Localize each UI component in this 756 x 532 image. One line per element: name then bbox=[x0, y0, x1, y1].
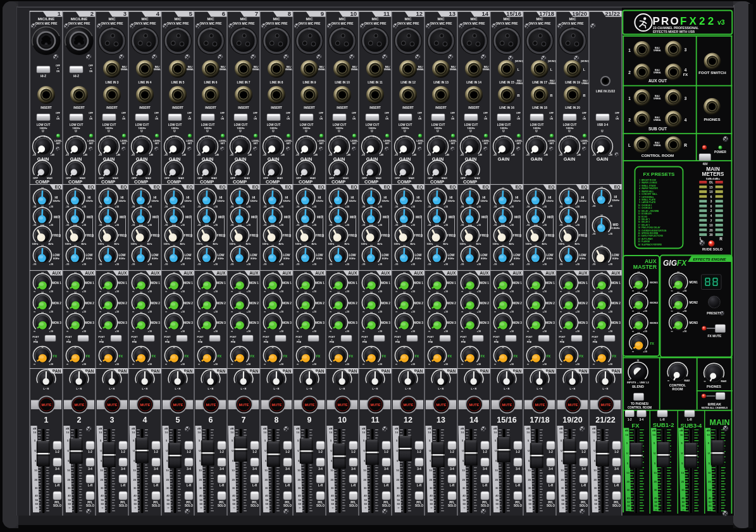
svg-text:10: 10 bbox=[709, 190, 713, 194]
svg-text:3: 3 bbox=[110, 416, 115, 424]
svg-text:LINE IN 11: LINE IN 11 bbox=[368, 81, 383, 84]
svg-text:ROOM: ROOM bbox=[672, 387, 683, 391]
svg-text:∞: ∞ bbox=[671, 309, 672, 312]
svg-text:15: 15 bbox=[709, 186, 713, 189]
svg-text:4: 4 bbox=[685, 118, 687, 122]
svg-text:19: 19 bbox=[638, 230, 640, 232]
svg-text:CONTROL ROOM: CONTROL ROOM bbox=[641, 153, 674, 158]
svg-text:LOW CUT: LOW CUT bbox=[464, 123, 478, 127]
svg-text:UNBAL: UNBAL bbox=[154, 68, 161, 71]
svg-text:3-4: 3-4 bbox=[640, 418, 644, 421]
svg-text:UNBAL: UNBAL bbox=[654, 119, 661, 121]
svg-text:UNBAL: UNBAL bbox=[121, 68, 128, 71]
svg-text:DELAY 1: DELAY 1 bbox=[641, 218, 650, 221]
svg-text:1: 1 bbox=[58, 10, 61, 17]
svg-text:DELAY 2: DELAY 2 bbox=[641, 221, 650, 223]
svg-text:INSERT: INSERT bbox=[172, 106, 183, 109]
svg-text:17: 17 bbox=[638, 224, 640, 226]
svg-text:LOW CUT: LOW CUT bbox=[135, 123, 149, 127]
svg-text:UNBAL: UNBAL bbox=[417, 68, 424, 71]
svg-text:4: 4 bbox=[143, 416, 147, 424]
svg-text:LOW CUT: LOW CUT bbox=[563, 123, 577, 127]
svg-text:LOW CUT: LOW CUT bbox=[201, 123, 215, 127]
svg-text:10: 10 bbox=[350, 10, 357, 17]
svg-text:U: U bbox=[637, 359, 639, 362]
svg-text:LINE IN 7: LINE IN 7 bbox=[237, 81, 250, 84]
svg-text:INSERT: INSERT bbox=[468, 106, 480, 109]
svg-text:FX: FX bbox=[650, 342, 655, 345]
svg-text:4: 4 bbox=[685, 68, 687, 72]
svg-text:7: 7 bbox=[639, 196, 640, 199]
svg-text:MAX: MAX bbox=[721, 380, 727, 383]
svg-text:ONYX MIC PRE: ONYX MIC PRE bbox=[200, 22, 223, 25]
svg-text:CONTROL ROOM: CONTROL ROOM bbox=[628, 406, 652, 409]
svg-text:LOW CUT: LOW CUT bbox=[497, 123, 511, 127]
svg-text:2: 2 bbox=[628, 118, 631, 122]
svg-text:LOW CUT: LOW CUT bbox=[366, 123, 380, 127]
svg-text:ONYX MIC PRE: ONYX MIC PRE bbox=[68, 22, 91, 25]
svg-text:8: 8 bbox=[275, 416, 279, 424]
svg-text:1: 1 bbox=[639, 179, 640, 182]
svg-text:2: 2 bbox=[628, 70, 631, 75]
svg-text:ONYX MIC PRE: ONYX MIC PRE bbox=[332, 22, 354, 25]
svg-text:SUB OUT: SUB OUT bbox=[648, 127, 667, 131]
svg-text:∞: ∞ bbox=[703, 380, 705, 383]
svg-text:LINE IN 3: LINE IN 3 bbox=[105, 81, 118, 84]
svg-text:6: 6 bbox=[209, 416, 213, 424]
svg-text:R: R bbox=[550, 94, 553, 97]
svg-text:dB: dB bbox=[625, 429, 629, 432]
svg-text:7: 7 bbox=[242, 416, 246, 424]
svg-text:8: 8 bbox=[639, 199, 640, 201]
svg-text:MIC: MIC bbox=[405, 17, 412, 21]
svg-text:CHORUS 2: CHORUS 2 bbox=[641, 207, 652, 209]
svg-text:LINE IN 21/22: LINE IN 21/22 bbox=[596, 90, 616, 93]
svg-text:10: 10 bbox=[654, 471, 657, 474]
svg-text:UNBAL: UNBAL bbox=[220, 68, 227, 71]
svg-text:U: U bbox=[708, 452, 710, 455]
svg-text:UNBAL: UNBAL bbox=[654, 144, 661, 147]
svg-text:INSERT: INSERT bbox=[106, 106, 118, 109]
svg-text:PHONES: PHONES bbox=[707, 385, 721, 388]
svg-text:MON2: MON2 bbox=[650, 301, 658, 304]
svg-text:INSERT: INSERT bbox=[369, 106, 381, 109]
svg-text:L: L bbox=[628, 143, 631, 147]
svg-text:11: 11 bbox=[383, 10, 390, 17]
svg-text:∞: ∞ bbox=[671, 289, 672, 292]
svg-text:14: 14 bbox=[469, 416, 478, 424]
svg-text:LINE IN 16: LINE IN 16 bbox=[499, 106, 514, 109]
svg-text:INSERT: INSERT bbox=[205, 106, 216, 109]
svg-text:10: 10 bbox=[626, 471, 629, 474]
svg-text:∞: ∞ bbox=[632, 289, 634, 292]
svg-text:-20: -20 bbox=[592, 154, 596, 156]
svg-text:7: 7 bbox=[255, 10, 258, 17]
svg-text:MIC: MIC bbox=[536, 17, 544, 21]
svg-text:MIC/LINE: MIC/LINE bbox=[38, 17, 54, 21]
svg-text:METERS: METERS bbox=[702, 171, 724, 177]
svg-text:AUX OUT: AUX OUT bbox=[648, 78, 667, 83]
svg-text:2: 2 bbox=[710, 209, 712, 213]
svg-text:ONYX MIC PRE: ONYX MIC PRE bbox=[35, 22, 58, 25]
svg-text:UNBAL: UNBAL bbox=[516, 82, 523, 85]
svg-text:HI-Z: HI-Z bbox=[40, 75, 46, 78]
svg-text:∞: ∞ bbox=[632, 330, 634, 333]
svg-text:ONYX MIC PRE: ONYX MIC PRE bbox=[397, 22, 420, 25]
svg-text:U: U bbox=[626, 452, 628, 455]
svg-text:4: 4 bbox=[710, 214, 712, 218]
svg-text:20: 20 bbox=[681, 480, 685, 483]
svg-text:PHONES: PHONES bbox=[703, 117, 720, 121]
svg-text:30: 30 bbox=[627, 488, 630, 492]
svg-text:MIC: MIC bbox=[273, 17, 281, 21]
svg-text:4: 4 bbox=[639, 187, 640, 190]
svg-text:∞: ∞ bbox=[628, 508, 629, 511]
svg-text:13: 13 bbox=[449, 10, 455, 17]
svg-text:21/22: 21/22 bbox=[595, 416, 615, 424]
svg-text:DELAY 3: DELAY 3 bbox=[641, 224, 650, 226]
svg-text:24: 24 bbox=[638, 244, 640, 246]
svg-text:ONYX MIC PRE: ONYX MIC PRE bbox=[101, 22, 124, 25]
svg-text:LOW CUT: LOW CUT bbox=[102, 123, 116, 127]
svg-text:∞: ∞ bbox=[629, 378, 631, 381]
svg-text:14: 14 bbox=[481, 10, 488, 17]
svg-text:ONYX MIC PRE: ONYX MIC PRE bbox=[167, 22, 190, 25]
svg-text:7: 7 bbox=[710, 220, 712, 223]
svg-text:2: 2 bbox=[639, 182, 640, 184]
